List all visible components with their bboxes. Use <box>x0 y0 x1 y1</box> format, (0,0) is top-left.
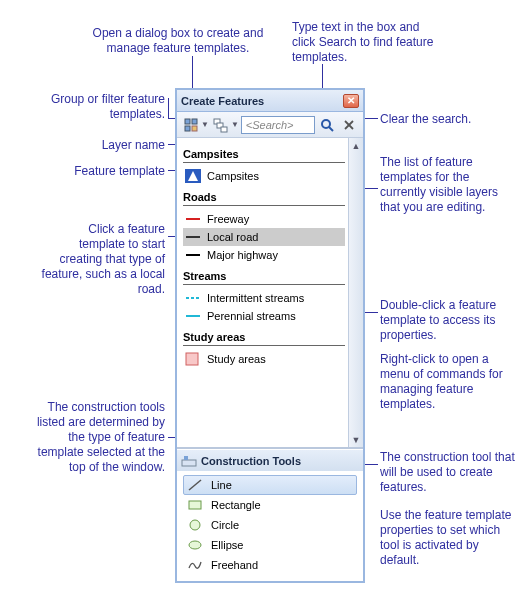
svg-rect-18 <box>182 460 196 466</box>
tool-label: Freehand <box>211 559 258 571</box>
template-item[interactable]: Freeway <box>183 210 345 228</box>
svg-point-22 <box>190 520 200 530</box>
tool-label: Line <box>211 479 232 491</box>
tool-item[interactable]: Rectangle <box>183 495 357 515</box>
line-black-icon <box>185 248 201 262</box>
titlebar: Create Features ✕ <box>177 90 363 112</box>
tool-item[interactable]: Circle <box>183 515 357 535</box>
freehand-tool-icon <box>187 558 203 572</box>
anno-click-template: Click a feature template to start creati… <box>40 222 165 297</box>
svg-rect-21 <box>189 501 201 509</box>
template-label: Perennial streams <box>207 310 296 322</box>
svg-rect-17 <box>186 353 198 365</box>
tool-item[interactable]: Ellipse <box>183 535 357 555</box>
polygon-pink-icon <box>185 352 201 366</box>
anno-tools-determined: The construction tools listed are determ… <box>32 400 165 475</box>
svg-rect-0 <box>185 119 190 124</box>
tools-icon <box>181 454 197 468</box>
template-item[interactable]: Perennial streams <box>183 307 345 325</box>
template-label: Major highway <box>207 249 278 261</box>
template-label: Study areas <box>207 353 266 365</box>
template-label: Campsites <box>207 170 259 182</box>
anno-rightclick: Right-click to open a menu of commands f… <box>380 352 515 412</box>
tool-label: Rectangle <box>211 499 261 511</box>
anno-set-default: Use the feature template properties to s… <box>380 508 520 568</box>
line-black-icon <box>185 230 201 244</box>
anno-list-desc: The list of feature templates for the cu… <box>380 155 510 215</box>
layer-header: Campsites <box>183 142 345 163</box>
template-label: Intermittent streams <box>207 292 304 304</box>
campsite-icon <box>185 169 201 183</box>
panel-title: Create Features <box>181 95 264 107</box>
tool-item[interactable]: Freehand <box>183 555 357 575</box>
svg-line-20 <box>189 480 201 490</box>
line-cyan-icon <box>185 309 201 323</box>
anno-tool-used: The construction tool that will be used … <box>380 450 515 495</box>
scroll-up-icon[interactable]: ▲ <box>349 138 363 153</box>
dropdown-caret-icon[interactable]: ▼ <box>231 120 239 129</box>
scroll-down-icon[interactable]: ▼ <box>349 432 363 447</box>
svg-rect-2 <box>185 126 190 131</box>
anno-open-dialog: Open a dialog box to create and manage f… <box>78 26 278 56</box>
svg-rect-3 <box>192 126 197 131</box>
organize-templates-button[interactable] <box>181 115 201 135</box>
svg-rect-6 <box>221 127 227 132</box>
close-icon[interactable]: ✕ <box>343 94 359 108</box>
anno-type-search: Type text in the box and click Search to… <box>292 20 442 65</box>
circle-tool-icon <box>187 518 203 532</box>
anno-dblclick: Double-click a feature template to acces… <box>380 298 515 343</box>
template-item[interactable]: Intermittent streams <box>183 289 345 307</box>
search-button[interactable] <box>317 115 337 135</box>
tool-item-selected[interactable]: Line <box>183 475 357 495</box>
search-input[interactable]: <Search> <box>241 116 315 134</box>
template-item[interactable]: Study areas <box>183 350 345 368</box>
create-features-panel: Create Features ✕ ▼ ▼ <Search> ▲ ▼ Camps… <box>175 88 365 583</box>
anno-layer-name: Layer name <box>50 138 165 153</box>
template-item-selected[interactable]: Local road <box>183 228 345 246</box>
template-label: Local road <box>207 231 258 243</box>
toolbar: ▼ ▼ <Search> <box>177 112 363 138</box>
construction-tools-header: Construction Tools <box>177 449 363 471</box>
ellipse-tool-icon <box>187 538 203 552</box>
line-tool-icon <box>187 478 203 492</box>
anno-feature-template: Feature template <box>50 164 165 179</box>
svg-rect-1 <box>192 119 197 124</box>
svg-rect-19 <box>184 456 188 460</box>
clear-search-button[interactable] <box>339 115 359 135</box>
template-item[interactable]: Major highway <box>183 246 345 264</box>
anno-group-filter: Group or filter feature templates. <box>50 92 165 122</box>
lead <box>168 98 169 118</box>
template-item[interactable]: Campsites <box>183 167 345 185</box>
svg-point-23 <box>189 541 201 549</box>
svg-point-7 <box>322 120 330 128</box>
rectangle-tool-icon <box>187 498 203 512</box>
tool-label: Ellipse <box>211 539 243 551</box>
dropdown-caret-icon[interactable]: ▼ <box>201 120 209 129</box>
tool-label: Circle <box>211 519 239 531</box>
line-cyan-dash-icon <box>185 291 201 305</box>
filter-button[interactable] <box>211 115 231 135</box>
template-label: Freeway <box>207 213 249 225</box>
scrollbar[interactable]: ▲ ▼ <box>348 138 363 447</box>
layer-header: Streams <box>183 264 345 285</box>
template-list: ▲ ▼ Campsites Campsites Roads Freeway Lo… <box>177 138 363 449</box>
layer-header: Roads <box>183 185 345 206</box>
anno-clear-search: Clear the search. <box>380 112 500 127</box>
construction-tools-list: Line Rectangle Circle Ellipse Freehand <box>177 471 363 581</box>
svg-line-8 <box>329 127 333 131</box>
tools-title-label: Construction Tools <box>201 455 301 467</box>
line-red-icon <box>185 212 201 226</box>
layer-header: Study areas <box>183 325 345 346</box>
